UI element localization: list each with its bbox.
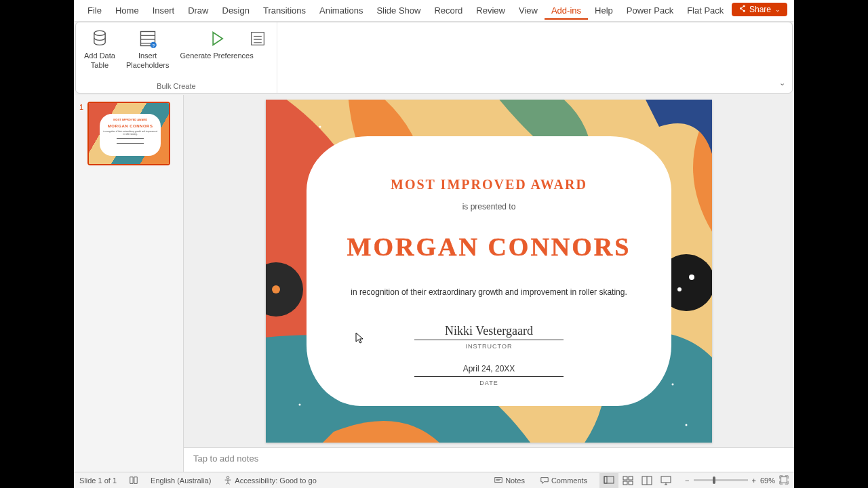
status-language[interactable]: English (Australia) bbox=[151, 476, 211, 485]
slide-canvas[interactable]: MOST IMPROVED AWARD is presented to MORG… bbox=[184, 95, 794, 447]
certificate-date-label: DATE bbox=[340, 380, 637, 386]
status-spellcheck[interactable] bbox=[126, 474, 141, 487]
svg-point-16 bbox=[689, 274, 694, 280]
svg-point-23 bbox=[686, 424, 688, 426]
fit-to-window-button[interactable] bbox=[779, 475, 789, 486]
svg-point-0 bbox=[94, 30, 105, 35]
svg-point-24 bbox=[227, 476, 230, 479]
svg-rect-29 bbox=[604, 476, 607, 483]
tab-home[interactable]: Home bbox=[108, 1, 146, 20]
svg-rect-28 bbox=[604, 476, 614, 483]
mini-date-line bbox=[117, 143, 144, 144]
slide-sorter-button[interactable] bbox=[618, 473, 637, 488]
certificate-presented-to: is presented to bbox=[340, 202, 637, 211]
zoom-control: − + 69% bbox=[685, 475, 789, 486]
mini-recipient: MORGAN CONNORS bbox=[102, 124, 158, 128]
tab-powerpack[interactable]: Power Pack bbox=[620, 1, 680, 20]
svg-point-17 bbox=[677, 287, 682, 291]
notes-toggle-button[interactable]: Notes bbox=[491, 474, 528, 487]
book-icon bbox=[129, 476, 138, 485]
chevron-down-icon: ⌄ bbox=[775, 6, 781, 13]
reading-view-button[interactable] bbox=[637, 473, 656, 488]
mini-sig-line bbox=[117, 138, 144, 139]
ribbon: Add Data Table ? Insert Placeholders Gen… bbox=[75, 22, 793, 94]
svg-rect-25 bbox=[495, 477, 502, 482]
mini-certificate-card: MOST IMPROVED AWARD MORGAN CONNORS in re… bbox=[100, 114, 161, 156]
right-black-bar bbox=[794, 0, 868, 488]
tab-flatpack[interactable]: Flat Pack bbox=[680, 1, 730, 20]
share-button[interactable]: Share ⌄ bbox=[732, 3, 787, 16]
zoom-percentage[interactable]: 69% bbox=[760, 476, 775, 485]
share-icon bbox=[738, 5, 747, 14]
insert-placeholders-button[interactable]: ? Insert Placeholders bbox=[121, 25, 175, 82]
date-block: April 24, 20XX DATE bbox=[340, 362, 637, 386]
certificate-signature: Nikki Vestergaard bbox=[414, 324, 564, 340]
mini-recognition: in recognition of their extraordinary gr… bbox=[102, 130, 158, 136]
slide-thumbnail-1[interactable]: MOST IMPROVED AWARD MORGAN CONNORS in re… bbox=[87, 102, 170, 165]
collapse-ribbon-button[interactable]: ⌄ bbox=[779, 79, 785, 87]
preferences-list-button[interactable] bbox=[241, 25, 274, 82]
svg-rect-32 bbox=[623, 481, 627, 485]
svg-rect-30 bbox=[623, 476, 627, 480]
mini-title: MOST IMPROVED AWARD bbox=[102, 118, 158, 121]
tab-transitions[interactable]: Transitions bbox=[256, 1, 313, 20]
zoom-slider-thumb[interactable] bbox=[713, 476, 715, 484]
slide-area: MOST IMPROVED AWARD is presented to MORG… bbox=[184, 95, 794, 472]
certificate-recognition: in recognition of their extraordinary gr… bbox=[340, 287, 637, 297]
ribbon-tabs: File Home Insert Draw Design Transitions… bbox=[74, 0, 794, 22]
notes-icon bbox=[494, 476, 503, 485]
add-data-table-label: Add Data Table bbox=[84, 51, 115, 70]
thumbnail-panel[interactable]: 1 MOST IMPROVED AWARD MORGAN CONNORS in … bbox=[74, 95, 184, 472]
add-data-table-button[interactable]: Add Data Table bbox=[79, 25, 121, 82]
svg-point-21 bbox=[672, 384, 674, 386]
slide-1[interactable]: MOST IMPROVED AWARD is presented to MORG… bbox=[266, 100, 712, 443]
zoom-out-button[interactable]: − bbox=[685, 476, 689, 485]
tab-view[interactable]: View bbox=[512, 1, 545, 20]
tab-file[interactable]: File bbox=[81, 1, 108, 20]
certificate-date: April 24, 20XX bbox=[414, 364, 564, 377]
signature-block: Nikki Vestergaard INSTRUCTOR bbox=[340, 324, 637, 350]
status-accessibility-label: Accessibility: Good to go bbox=[235, 476, 316, 485]
certificate-card: MOST IMPROVED AWARD is presented to MORG… bbox=[307, 136, 671, 406]
tab-draw[interactable]: Draw bbox=[181, 1, 215, 20]
svg-rect-33 bbox=[629, 481, 633, 485]
svg-text:?: ? bbox=[152, 43, 155, 48]
tab-slideshow[interactable]: Slide Show bbox=[370, 1, 427, 20]
normal-view-button[interactable] bbox=[599, 473, 618, 488]
ribbon-group-bulk-create: Add Data Table ? Insert Placeholders Gen… bbox=[76, 22, 277, 93]
svg-rect-36 bbox=[661, 476, 671, 483]
play-icon bbox=[206, 28, 228, 49]
svg-point-18 bbox=[319, 126, 321, 128]
comment-icon bbox=[540, 476, 549, 485]
svg-rect-8 bbox=[251, 33, 264, 45]
view-mode-buttons bbox=[599, 473, 675, 488]
tab-insert[interactable]: Insert bbox=[146, 1, 182, 20]
svg-point-22 bbox=[299, 404, 301, 406]
zoom-slider[interactable] bbox=[694, 479, 748, 481]
tab-help[interactable]: Help bbox=[588, 1, 620, 20]
share-label: Share bbox=[749, 5, 771, 14]
status-bar: Slide 1 of 1 English (Australia) Accessi… bbox=[74, 472, 794, 488]
preferences-label bbox=[256, 51, 258, 60]
tab-design[interactable]: Design bbox=[216, 1, 256, 20]
certificate-signature-label: INSTRUCTOR bbox=[340, 343, 637, 350]
svg-marker-7 bbox=[213, 33, 222, 45]
tab-addins[interactable]: Add-ins bbox=[545, 1, 588, 20]
notes-toggle-label: Notes bbox=[505, 476, 525, 485]
edit-area: 1 MOST IMPROVED AWARD MORGAN CONNORS in … bbox=[74, 95, 794, 472]
list-icon bbox=[247, 28, 269, 49]
svg-point-14 bbox=[272, 285, 280, 293]
slideshow-view-button[interactable] bbox=[656, 473, 675, 488]
tab-review[interactable]: Review bbox=[469, 1, 512, 20]
database-icon bbox=[89, 28, 111, 49]
certificate-recipient: MORGAN CONNORS bbox=[340, 232, 637, 262]
status-slide-count: Slide 1 of 1 bbox=[79, 476, 117, 485]
notes-pane[interactable]: Tap to add notes bbox=[184, 447, 794, 472]
zoom-in-button[interactable]: + bbox=[752, 476, 756, 485]
comments-button[interactable]: Comments bbox=[537, 474, 590, 487]
thumbnail-number: 1 bbox=[79, 102, 83, 165]
status-accessibility[interactable]: Accessibility: Good to go bbox=[220, 474, 319, 487]
tab-record[interactable]: Record bbox=[427, 1, 469, 20]
tab-animations[interactable]: Animations bbox=[313, 1, 370, 20]
accessibility-icon bbox=[223, 476, 233, 485]
